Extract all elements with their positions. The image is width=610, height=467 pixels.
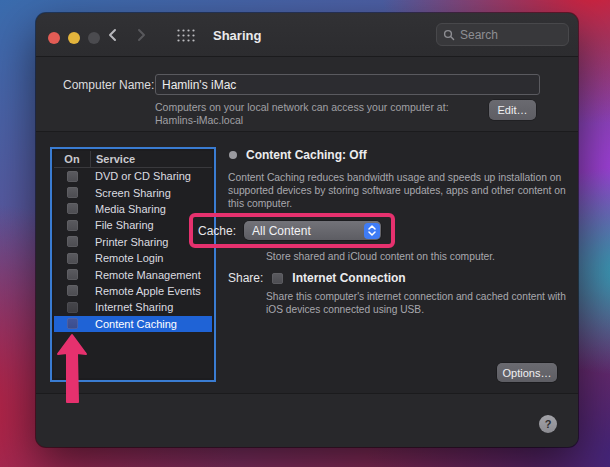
search-input[interactable]: Search [436,23,569,46]
internet-connection-checkbox[interactable] [272,273,283,284]
title-bar: Sharing Search [36,13,578,57]
computer-name-section: Computer Name: Computers on your local n… [36,57,578,132]
cache-dropdown[interactable]: All Content [244,221,381,240]
sharing-preferences-window: Sharing Search Computer Name: Computers … [36,13,578,447]
checkbox[interactable] [67,253,78,264]
dropdown-stepper-icon [364,223,380,239]
service-row-media-sharing[interactable]: Media Sharing [54,201,212,217]
content-caching-description: Content Caching reduces bandwidth usage … [228,171,573,210]
cache-dropdown-value: All Content [244,224,311,238]
computer-name-field[interactable] [155,74,540,95]
internet-connection-label: Internet Connection [292,271,405,285]
service-list-header: On Service [54,151,212,168]
status-heading: Content Caching: Off [246,148,367,162]
back-icon[interactable] [106,28,120,42]
search-icon [443,29,455,41]
checkbox[interactable] [67,220,78,231]
service-row-internet-sharing[interactable]: Internet Sharing [54,299,212,315]
page-title: Sharing [213,28,261,43]
forward-icon [134,28,148,42]
share-description: Share this computer's internet connectio… [266,290,578,316]
share-row: Share: Internet Connection [228,271,406,285]
edit-button[interactable]: Edit… [489,100,536,120]
checkbox[interactable] [67,171,78,182]
computer-name-label: Computer Name: [63,78,154,92]
cache-note: Store shared and iCloud content on this … [266,251,495,262]
service-row-remote-management[interactable]: Remote Management [54,266,212,282]
checkbox[interactable] [67,187,78,198]
zoom-button [88,32,100,44]
service-row-content-caching[interactable]: Content Caching [54,316,212,332]
main-content: On Service DVD or CD Sharing Screen Shar… [36,132,578,393]
search-placeholder: Search [460,28,498,42]
callout-arrow-icon [56,332,92,406]
computer-name-description: Computers on your local network can acce… [155,101,449,127]
service-row-remote-login[interactable]: Remote Login [54,250,212,266]
close-button[interactable] [48,32,60,44]
cache-label: Cache: [198,224,236,238]
checkbox[interactable] [67,302,78,313]
status-indicator-icon [229,151,237,159]
service-row-screen-sharing[interactable]: Screen Sharing [54,184,212,200]
checkbox[interactable] [67,318,78,329]
service-row-remote-apple-events[interactable]: Remote Apple Events [54,283,212,299]
network-access-text: Computers on your local network can acce… [155,101,449,114]
options-button[interactable]: Options… [497,363,557,382]
checkbox[interactable] [67,203,78,214]
cache-row: Cache: All Content [198,221,381,240]
service-row-dvd-cd-sharing[interactable]: DVD or CD Sharing [54,168,212,184]
checkbox[interactable] [67,269,78,280]
checkbox[interactable] [67,285,78,296]
show-all-grid-icon[interactable] [177,29,195,42]
footer-bar: ? [36,393,578,447]
checkbox[interactable] [67,236,78,247]
window-controls [48,32,100,44]
local-hostname: Hamlins-iMac.local [155,114,449,127]
minimize-button[interactable] [68,32,80,44]
help-button[interactable]: ? [539,415,557,433]
column-header-service: Service [90,151,212,167]
status-row: Content Caching: Off [229,148,367,162]
column-header-on: On [54,153,90,165]
share-label: Share: [228,271,263,285]
